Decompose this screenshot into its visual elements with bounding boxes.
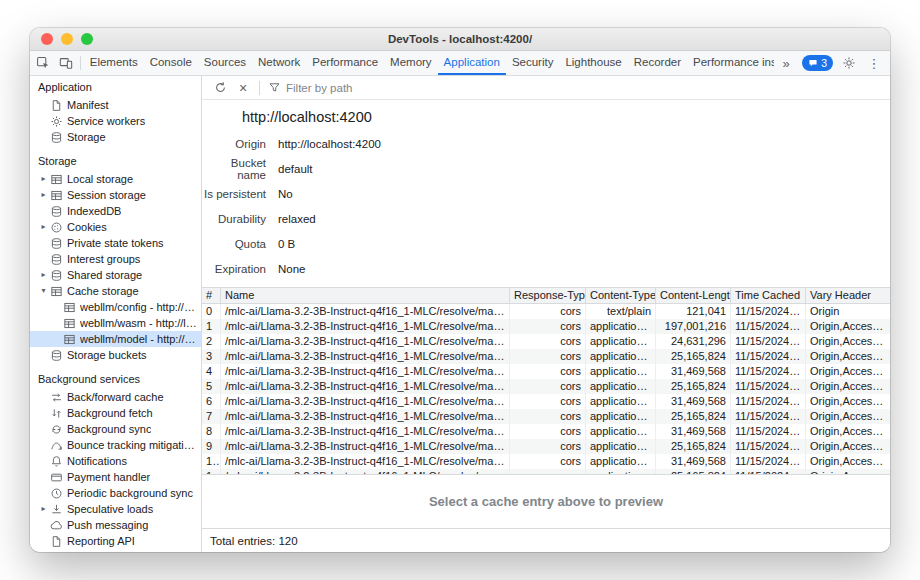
cell-response-type: cors: [510, 394, 586, 409]
sidebar-item-private-state-tokens[interactable]: Private state tokens: [30, 235, 201, 251]
sidebar-item-bounce-tracking-mitigations[interactable]: Bounce tracking mitigations: [30, 437, 201, 453]
refresh-button[interactable]: [210, 78, 230, 98]
tab-recorder[interactable]: Recorder: [628, 51, 687, 75]
close-icon: ×: [239, 81, 247, 95]
sidebar-item-cache-storage[interactable]: ▾Cache storage: [30, 283, 201, 299]
cell-index: 10: [202, 454, 221, 469]
cell-vary-header: Origin: [806, 304, 890, 319]
sidebar-item-notifications[interactable]: Notifications: [30, 453, 201, 469]
chevron-right-icon[interactable]: ▸: [38, 187, 49, 203]
settings-button[interactable]: [837, 56, 861, 70]
sidebar-item-cookies[interactable]: ▸Cookies: [30, 219, 201, 235]
sidebar-item-push-messaging[interactable]: Push messaging: [30, 517, 201, 533]
table-row[interactable]: 1/mlc-ai/Llama-3.2-3B-Instruct-q4f16_1-M…: [202, 319, 890, 334]
toolbar-divider: [80, 56, 81, 70]
more-tabs-button[interactable]: »: [774, 57, 798, 70]
tab-security[interactable]: Security: [506, 51, 560, 75]
tab-memory[interactable]: Memory: [384, 51, 438, 75]
sidebar-item-local-storage[interactable]: ▸Local storage: [30, 171, 201, 187]
sidebar-item-speculative-loads[interactable]: ▸Speculative loads: [30, 501, 201, 517]
table-row[interactable]: 7/mlc-ai/Llama-3.2-3B-Instruct-q4f16_1-M…: [202, 409, 890, 424]
tab-performance-insights[interactable]: Performance insights: [687, 51, 774, 75]
column-header-index[interactable]: #: [202, 288, 221, 303]
tab-label: Console: [150, 56, 192, 68]
cell-vary-header: Origin,Access…: [806, 334, 890, 349]
cell-response-type: cors: [510, 304, 586, 319]
column-header-vary-header[interactable]: Vary Header: [806, 288, 890, 303]
sidebar-item-label: Cache storage: [67, 285, 139, 297]
chevron-right-icon[interactable]: ▸: [38, 171, 49, 187]
kebab-menu-icon: ⋮: [868, 57, 881, 70]
database-icon: [49, 131, 64, 144]
table-row[interactable]: 5/mlc-ai/Llama-3.2-3B-Instruct-q4f16_1-M…: [202, 379, 890, 394]
sidebar-item-back-forward-cache[interactable]: Back/forward cache: [30, 389, 201, 405]
cell-content-length: 25,165,824: [656, 349, 731, 364]
filter-input[interactable]: [286, 82, 456, 94]
table-row[interactable]: 9/mlc-ai/Llama-3.2-3B-Instruct-q4f16_1-M…: [202, 439, 890, 454]
device-toolbar-button[interactable]: [54, 51, 76, 75]
tab-performance[interactable]: Performance: [306, 51, 384, 75]
table-row[interactable]: 0/mlc-ai/Llama-3.2-3B-Instruct-q4f16_1-M…: [202, 304, 890, 319]
sidebar-item-background-sync[interactable]: Background sync: [30, 421, 201, 437]
main-menu-button[interactable]: ⋮: [862, 57, 886, 70]
tab-network[interactable]: Network: [252, 51, 306, 75]
bell-icon: [49, 455, 64, 468]
tab-application[interactable]: Application: [438, 51, 506, 75]
sidebar-item-webllm-config-http-loc[interactable]: webllm/config - http://loc…: [30, 299, 201, 315]
sidebar-item-label: Manifest: [67, 99, 109, 111]
sidebar-item-label: Back/forward cache: [67, 391, 164, 403]
fetch-arrows-icon: [49, 407, 64, 420]
column-header-name[interactable]: Name: [221, 288, 510, 303]
chevron-right-icon[interactable]: ▸: [38, 219, 49, 235]
devtools-window: DevTools - localhost:4200/ ElementsConso…: [30, 28, 890, 552]
table-row[interactable]: 10/mlc-ai/Llama-3.2-3B-Instruct-q4f16_1-…: [202, 454, 890, 469]
sidebar-item-indexeddb[interactable]: IndexedDB: [30, 203, 201, 219]
chevron-right-icon[interactable]: ▸: [38, 267, 49, 283]
sidebar-item-storage[interactable]: Storage: [30, 129, 201, 145]
tab-lighthouse[interactable]: Lighthouse: [559, 51, 627, 75]
sidebar-item-webllm-model-http-loc[interactable]: webllm/model - http://loc…: [30, 331, 201, 347]
sidebar-item-label: Payment handler: [67, 471, 150, 483]
zoom-window-button[interactable]: [81, 33, 93, 45]
sidebar-item-shared-storage[interactable]: ▸Shared storage: [30, 267, 201, 283]
sidebar-item-service-workers[interactable]: Service workers: [30, 113, 201, 129]
inspect-element-button[interactable]: [32, 51, 54, 75]
tab-console[interactable]: Console: [144, 51, 198, 75]
sidebar-item-manifest[interactable]: Manifest: [30, 97, 201, 113]
service-worker-icon: [49, 115, 64, 128]
sidebar-item-webllm-wasm-http-loca[interactable]: webllm/wasm - http://loca…: [30, 315, 201, 331]
cell-content-type: text/plain: [586, 304, 656, 319]
cell-content-type: application/oc…: [586, 319, 656, 334]
messages-badge[interactable]: 3: [802, 55, 833, 71]
column-header-response-type[interactable]: Response-Type: [510, 288, 586, 303]
column-header-content-length[interactable]: Content-Length: [656, 288, 731, 303]
cell-name: /mlc-ai/Llama-3.2-3B-Instruct-q4f16_1-ML…: [221, 394, 510, 409]
close-window-button[interactable]: [41, 33, 53, 45]
sidebar-item-session-storage[interactable]: ▸Session storage: [30, 187, 201, 203]
sidebar-item-background-fetch[interactable]: Background fetch: [30, 405, 201, 421]
sidebar-item-payment-handler[interactable]: Payment handler: [30, 469, 201, 485]
column-header-content-type[interactable]: Content-Type: [586, 288, 656, 303]
table-row[interactable]: 6/mlc-ai/Llama-3.2-3B-Instruct-q4f16_1-M…: [202, 394, 890, 409]
cell-vary-header: Origin,Access…: [806, 409, 890, 424]
filter-box[interactable]: [268, 81, 456, 94]
tab-elements[interactable]: Elements: [84, 51, 144, 75]
sidebar-item-storage-buckets[interactable]: Storage buckets: [30, 347, 201, 363]
table-row[interactable]: 4/mlc-ai/Llama-3.2-3B-Instruct-q4f16_1-M…: [202, 364, 890, 379]
titlebar[interactable]: DevTools - localhost:4200/: [30, 28, 890, 51]
table-row[interactable]: 3/mlc-ai/Llama-3.2-3B-Instruct-q4f16_1-M…: [202, 349, 890, 364]
detail-label: Quota: [202, 238, 266, 250]
minimize-window-button[interactable]: [61, 33, 73, 45]
table-row[interactable]: 8/mlc-ai/Llama-3.2-3B-Instruct-q4f16_1-M…: [202, 424, 890, 439]
chevron-right-icon[interactable]: ▸: [38, 501, 49, 517]
chevron-down-icon[interactable]: ▾: [38, 283, 49, 299]
tab-sources[interactable]: Sources: [198, 51, 252, 75]
delete-selected-button[interactable]: ×: [233, 78, 253, 98]
sidebar-item-periodic-background-sync[interactable]: Periodic background sync: [30, 485, 201, 501]
detail-row: Durability relaxed: [202, 206, 890, 231]
table-row[interactable]: 2/mlc-ai/Llama-3.2-3B-Instruct-q4f16_1-M…: [202, 334, 890, 349]
sidebar-item-label: Storage buckets: [67, 349, 147, 361]
sidebar-item-interest-groups[interactable]: Interest groups: [30, 251, 201, 267]
column-header-time-cached[interactable]: Time Cached: [731, 288, 806, 303]
sidebar-item-reporting-api[interactable]: Reporting API: [30, 533, 201, 549]
